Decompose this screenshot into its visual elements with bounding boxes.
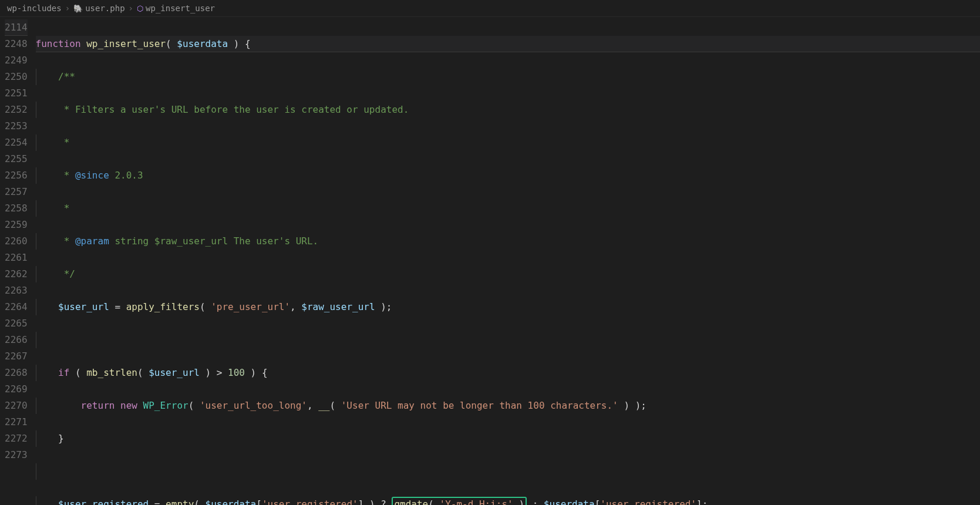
code-line[interactable]: /**	[36, 69, 980, 85]
line-number: 2273	[5, 447, 28, 463]
line-number: 2261	[5, 250, 28, 266]
line-number: 2267	[5, 348, 28, 365]
highlighted-expression: gmdate( 'Y-m-d H:i:s' )	[392, 497, 527, 505]
line-number: 2257	[5, 184, 28, 200]
code-line[interactable]: return new WP_Error( 'user_url_too_long'…	[36, 398, 980, 414]
code-line[interactable]: * @since 2.0.3	[36, 167, 980, 184]
line-number: 2258	[5, 200, 28, 217]
line-number: 2252	[5, 102, 28, 118]
breadcrumb[interactable]: wp-includes › 🐘 user.php › ⬡ wp_insert_u…	[0, 0, 980, 17]
code-line[interactable]: if ( mb_strlen( $user_url ) > 100 ) {	[36, 365, 980, 381]
code-line[interactable]: */	[36, 266, 980, 282]
breadcrumb-symbol[interactable]: wp_insert_user	[146, 4, 215, 13]
chevron-right-icon: ›	[129, 4, 133, 13]
code-line[interactable]: $user_url = apply_filters( 'pre_user_url…	[36, 299, 980, 315]
line-number: 2259	[5, 217, 28, 233]
line-number: 2254	[5, 134, 28, 151]
line-number: 2272	[5, 430, 28, 447]
line-number: 2264	[5, 299, 28, 315]
breadcrumb-file[interactable]: user.php	[85, 4, 124, 13]
line-number: 2263	[5, 282, 28, 299]
breadcrumb-folder[interactable]: wp-includes	[7, 4, 62, 13]
code-line[interactable]	[36, 463, 980, 480]
line-number: 2248	[5, 36, 28, 52]
line-number: 2255	[5, 151, 28, 167]
line-number: 2268	[5, 365, 28, 381]
code-line[interactable]: *	[36, 200, 980, 217]
line-number: 2249	[5, 52, 28, 69]
code-content[interactable]: function wp_insert_user( $userdata ) { /…	[36, 17, 980, 505]
line-number: 2269	[5, 381, 28, 398]
line-number: 2270	[5, 398, 28, 414]
line-number: 2114	[5, 19, 28, 36]
code-editor[interactable]: 2114 2248 2249 2250 2251 2252 2253 2254 …	[0, 17, 980, 505]
line-number: 2253	[5, 118, 28, 134]
chevron-right-icon: ›	[65, 4, 70, 13]
line-number: 2256	[5, 167, 28, 184]
code-line[interactable]: * @param string $raw_user_url The user's…	[36, 233, 980, 250]
function-icon: ⬡	[137, 4, 143, 13]
code-line[interactable]: function wp_insert_user( $userdata ) {	[36, 36, 980, 52]
line-number: 2250	[5, 69, 28, 85]
line-number: 2260	[5, 233, 28, 250]
line-number: 2251	[5, 85, 28, 102]
line-number: 2262	[5, 266, 28, 282]
line-number-gutter: 2114 2248 2249 2250 2251 2252 2253 2254 …	[0, 17, 36, 505]
line-number: 2265	[5, 315, 28, 332]
code-line[interactable]: * Filters a user's URL before the user i…	[36, 102, 980, 118]
code-line[interactable]: $user_registered = empty( $userdata['use…	[36, 496, 980, 505]
code-line[interactable]: *	[36, 134, 980, 151]
line-number: 2271	[5, 414, 28, 430]
php-file-icon: 🐘	[73, 4, 83, 13]
line-number: 2266	[5, 332, 28, 348]
code-line[interactable]	[36, 332, 980, 348]
code-line[interactable]: }	[36, 430, 980, 447]
